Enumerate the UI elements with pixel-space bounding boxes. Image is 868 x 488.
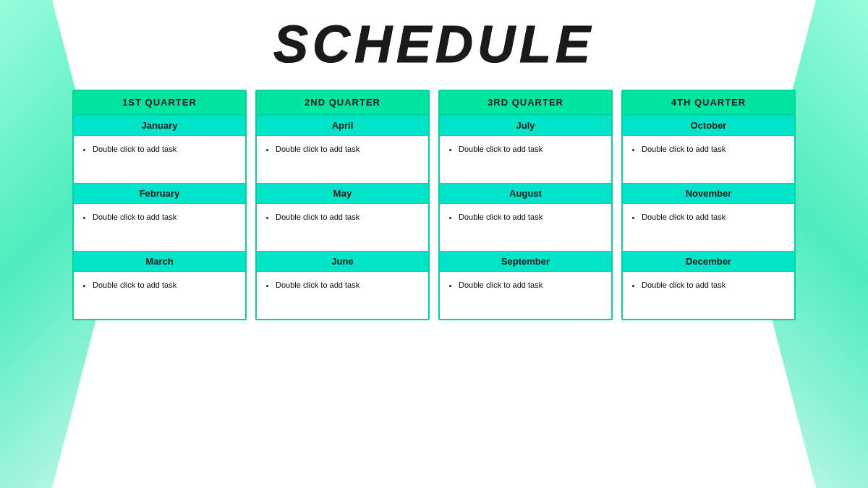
task-item[interactable]: Double click to add task <box>93 279 238 291</box>
quarter-header-q3: 3RD QUARTER <box>440 91 611 115</box>
month-header-september: September <box>440 251 611 272</box>
month-section-may: MayDouble click to add task <box>257 183 428 251</box>
month-tasks-november[interactable]: Double click to add task <box>623 204 794 251</box>
month-section-april: AprilDouble click to add task <box>257 115 428 183</box>
task-item[interactable]: Double click to add task <box>276 279 421 291</box>
month-header-april: April <box>257 115 428 136</box>
month-header-november: November <box>623 183 794 204</box>
task-item[interactable]: Double click to add task <box>276 211 421 223</box>
task-item[interactable]: Double click to add task <box>642 211 787 223</box>
month-header-february: February <box>74 183 245 204</box>
month-tasks-july[interactable]: Double click to add task <box>440 136 611 183</box>
month-header-august: August <box>440 183 611 204</box>
month-tasks-august[interactable]: Double click to add task <box>440 204 611 251</box>
month-header-december: December <box>623 251 794 272</box>
month-header-june: June <box>257 251 428 272</box>
task-item[interactable]: Double click to add task <box>459 211 604 223</box>
month-section-january: JanuaryDouble click to add task <box>74 115 245 183</box>
month-header-october: October <box>623 115 794 136</box>
task-item[interactable]: Double click to add task <box>93 143 238 155</box>
month-section-december: DecemberDouble click to add task <box>623 251 794 319</box>
task-item[interactable]: Double click to add task <box>276 143 421 155</box>
month-tasks-february[interactable]: Double click to add task <box>74 204 245 251</box>
schedule-grid: 1ST QUARTERJanuaryDouble click to add ta… <box>72 90 796 320</box>
task-item[interactable]: Double click to add task <box>642 279 787 291</box>
month-section-november: NovemberDouble click to add task <box>623 183 794 251</box>
month-section-february: FebruaryDouble click to add task <box>74 183 245 251</box>
month-header-march: March <box>74 251 245 272</box>
task-item[interactable]: Double click to add task <box>642 143 787 155</box>
month-tasks-april[interactable]: Double click to add task <box>257 136 428 183</box>
month-section-june: JuneDouble click to add task <box>257 251 428 319</box>
quarter-header-q1: 1ST QUARTER <box>74 91 245 115</box>
quarter-column-q2: 2ND QUARTERAprilDouble click to add task… <box>255 90 430 320</box>
month-tasks-september[interactable]: Double click to add task <box>440 272 611 319</box>
task-item[interactable]: Double click to add task <box>93 211 238 223</box>
month-tasks-december[interactable]: Double click to add task <box>623 272 794 319</box>
quarter-column-q3: 3RD QUARTERJulyDouble click to add taskA… <box>438 90 613 320</box>
month-section-march: MarchDouble click to add task <box>74 251 245 319</box>
task-item[interactable]: Double click to add task <box>459 279 604 291</box>
page-title: SCHEDULE <box>273 14 595 74</box>
quarter-header-q4: 4TH QUARTER <box>623 91 794 115</box>
month-tasks-march[interactable]: Double click to add task <box>74 272 245 319</box>
month-section-august: AugustDouble click to add task <box>440 183 611 251</box>
quarter-column-q1: 1ST QUARTERJanuaryDouble click to add ta… <box>72 90 247 320</box>
month-section-july: JulyDouble click to add task <box>440 115 611 183</box>
quarter-header-q2: 2ND QUARTER <box>257 91 428 115</box>
month-header-january: January <box>74 115 245 136</box>
month-header-may: May <box>257 183 428 204</box>
month-tasks-january[interactable]: Double click to add task <box>74 136 245 183</box>
page-container: SCHEDULE 1ST QUARTERJanuaryDouble click … <box>0 0 868 488</box>
task-item[interactable]: Double click to add task <box>459 143 604 155</box>
month-tasks-may[interactable]: Double click to add task <box>257 204 428 251</box>
month-section-september: SeptemberDouble click to add task <box>440 251 611 319</box>
month-section-october: OctoberDouble click to add task <box>623 115 794 183</box>
quarter-column-q4: 4TH QUARTEROctoberDouble click to add ta… <box>621 90 796 320</box>
month-tasks-october[interactable]: Double click to add task <box>623 136 794 183</box>
month-header-july: July <box>440 115 611 136</box>
month-tasks-june[interactable]: Double click to add task <box>257 272 428 319</box>
